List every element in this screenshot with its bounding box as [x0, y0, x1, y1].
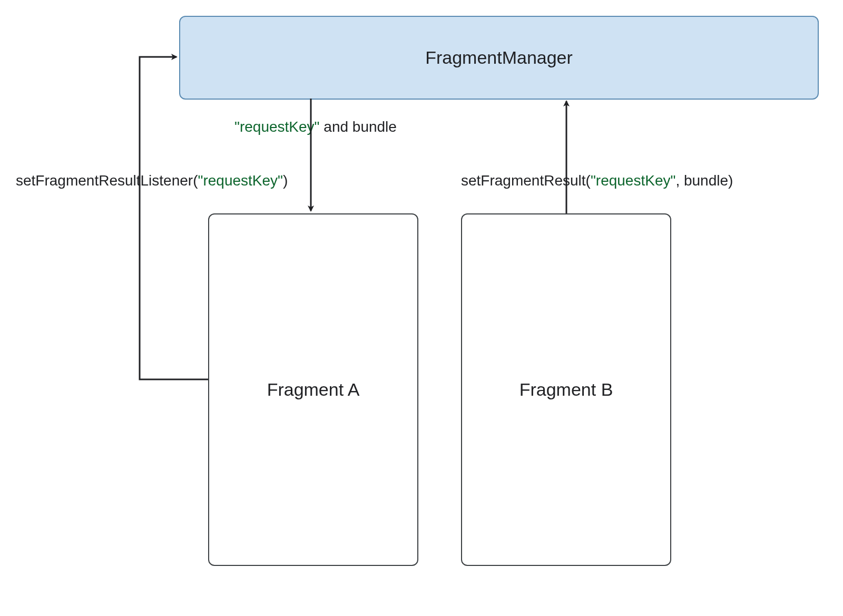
- bundle-suffix: and bundle: [320, 119, 397, 135]
- diagram-canvas: FragmentManager Fragment A Fragment B se…: [0, 0, 843, 616]
- fragment-b-box: Fragment B: [461, 213, 671, 566]
- listener-quoted: "requestKey": [198, 172, 283, 189]
- setresult-label: setFragmentResult("requestKey", bundle): [461, 172, 733, 189]
- listener-suffix: ): [283, 172, 288, 189]
- fragment-manager-label: FragmentManager: [425, 47, 573, 68]
- bundle-label: "requestKey" and bundle: [234, 119, 397, 135]
- fragment-a-label: Fragment A: [267, 379, 360, 400]
- fragment-b-label: Fragment B: [519, 379, 613, 400]
- setresult-prefix: setFragmentResult(: [461, 172, 591, 189]
- listener-prefix: setFragmentResultListener(: [16, 172, 198, 189]
- arrow-listener: [140, 57, 208, 379]
- listener-label: setFragmentResultListener("requestKey"): [16, 172, 288, 189]
- setresult-suffix: , bundle): [675, 172, 733, 189]
- fragment-manager-box: FragmentManager: [179, 16, 819, 100]
- fragment-a-box: Fragment A: [208, 213, 418, 566]
- setresult-quoted: "requestKey": [591, 172, 676, 189]
- bundle-quoted: "requestKey": [234, 119, 320, 135]
